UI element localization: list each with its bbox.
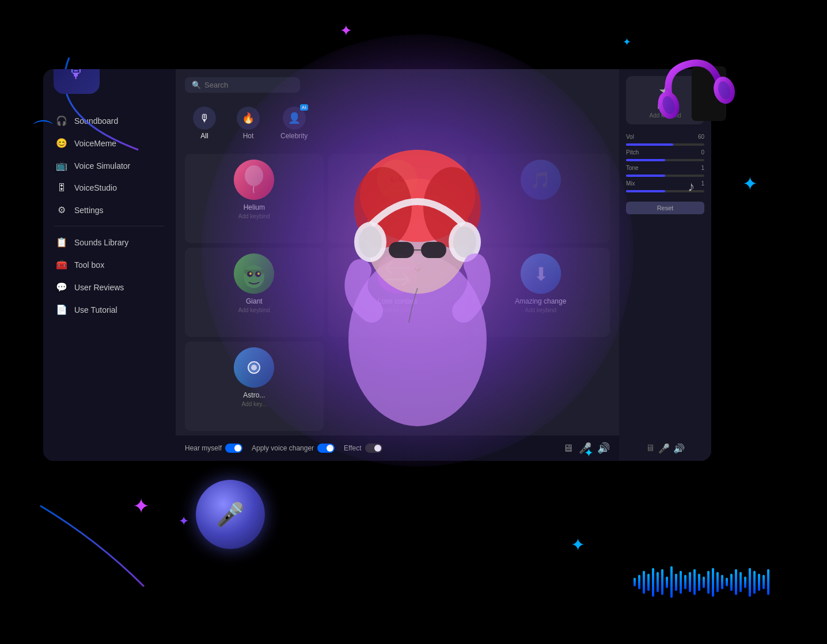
giant-thumb [234, 253, 274, 294]
helium-thumb [234, 160, 274, 200]
deco-star-4: ✦ [571, 535, 585, 555]
helium-keybind[interactable]: Add keybind [238, 213, 270, 219]
bottom-bar: Hear myself Apply voice changer Effect 🖥… [176, 435, 619, 461]
wave-bar-7 [666, 577, 668, 588]
voice-card-amazing-change[interactable]: ⬇ Amazing change Add keybind [471, 248, 610, 337]
logo-container: 🎙 [54, 69, 100, 100]
vol-label-0: Pitch 0 [626, 149, 704, 156]
wave-bar-28 [762, 575, 765, 589]
user-reviews-icon: 💬 [56, 282, 67, 293]
astro-name: Astro... [243, 391, 265, 399]
wave-bar-27 [758, 574, 760, 591]
apply-voice-toggle[interactable] [317, 444, 335, 453]
speaker-icon: 🔊 [597, 442, 610, 454]
soundboard-label: Soundboard [74, 116, 118, 126]
amazing-change-keybind[interactable]: Add keybind [525, 307, 556, 313]
wave-bar-2 [643, 571, 645, 594]
svg-point-1 [245, 165, 263, 186]
sidebar-item-sounds-library[interactable]: 📋 Sounds Library [43, 231, 176, 253]
wave-bar-29 [767, 569, 769, 595]
vol-bar-main[interactable] [626, 143, 704, 146]
search-bar: 🔍 [176, 69, 619, 97]
wave-bar-26 [753, 571, 756, 594]
wave-bar-3 [647, 574, 650, 591]
voice-card-giant[interactable]: Giant Add keybind [185, 248, 324, 337]
vol-fill-mix [626, 190, 665, 192]
wave-bar-17 [712, 568, 714, 597]
all-icon-glyph: 🎙 [199, 112, 210, 124]
effect-toggle[interactable] [365, 444, 382, 453]
voice-card-astro[interactable]: Astro... Add key... [185, 342, 324, 431]
apply-voice-label: Apply voice changer [252, 444, 314, 452]
vol-bar-tone[interactable] [626, 175, 704, 177]
tab-hot[interactable]: 🔥 Hot [229, 102, 268, 145]
voice-card-lose-contact[interactable]: Lose contact Add keybind [328, 248, 467, 337]
wave-bar-25 [749, 568, 751, 597]
wave-bar-22 [735, 569, 737, 595]
astro-keybind[interactable]: Add key... [241, 401, 267, 407]
tab-hot-icon: 🔥 [237, 107, 260, 130]
settings-label: Settings [74, 206, 104, 215]
music-note-deco: ♪ [688, 179, 695, 195]
wave-bar-20 [726, 578, 728, 586]
mic-orb-icon: 🎤 [216, 501, 245, 528]
effect-label: Effect [344, 444, 361, 452]
wave-bar-6 [661, 569, 663, 595]
vol-bar-pitch[interactable] [626, 159, 704, 161]
search-icon: 🔍 [192, 81, 201, 89]
voice-card-goblin[interactable]: Goblin Add keybind [328, 154, 467, 243]
voice-card-helium[interactable]: Helium Add keybind [185, 154, 324, 243]
tab-celebrity[interactable]: 👤 AI Celebrity [272, 102, 316, 145]
wave-bar-4 [652, 568, 654, 597]
wave-bar-1 [638, 575, 640, 589]
use-tutorial-icon: 📄 [56, 304, 67, 315]
voicememe-label: VoiceMeme [74, 139, 116, 148]
wave-bar-23 [739, 572, 742, 592]
search-input[interactable] [204, 81, 293, 89]
sidebar-item-soundboard[interactable]: 🎧 Soundboard [43, 109, 176, 132]
svg-point-21 [251, 365, 257, 370]
sidebar-item-voicememe[interactable]: 😊 VoiceMeme [43, 132, 176, 154]
sidebar-item-tool-box[interactable]: 🧰 Tool box [43, 253, 176, 276]
wave-bar-21 [730, 574, 733, 591]
wave-bar-0 [633, 578, 636, 586]
sounds-library-label: Sounds Library [74, 238, 128, 247]
use-tutorial-label: Use Tutorial [74, 305, 117, 315]
soundboard-icon: 🎧 [56, 115, 67, 126]
sidebar-item-user-reviews[interactable]: 💬 User Reviews [43, 276, 176, 298]
tab-celebrity-label: Celebrity [280, 132, 308, 140]
sidebar-item-voicestudio[interactable]: 🎛 VoiceStudio [43, 177, 176, 199]
tab-all-icon: 🎙 [193, 107, 216, 130]
reset-button[interactable]: Reset [626, 202, 704, 214]
star-deco-blue-sm: ✦ [584, 446, 594, 460]
amazing-change-name: Amazing change [515, 297, 566, 305]
sidebar-item-use-tutorial[interactable]: 📄 Use Tutorial [43, 298, 176, 321]
voice-card-extra[interactable]: 🎵 [471, 154, 610, 243]
tab-all[interactable]: 🎙 All [185, 102, 224, 145]
sidebar-item-settings[interactable]: ⚙ Settings [43, 199, 176, 221]
giant-keybind[interactable]: Add keybind [238, 307, 270, 313]
wave-bar-13 [693, 569, 696, 595]
goblin-keybind[interactable]: Add keybind [381, 213, 413, 219]
star-deco-purple: ✦ [132, 494, 150, 518]
mic-orb-button[interactable]: 🎤 [196, 480, 265, 549]
svg-point-15 [257, 272, 260, 275]
vol-fill-main [626, 143, 673, 146]
svg-text:⬇: ⬇ [533, 264, 548, 285]
lose-contact-keybind[interactable]: Add keybind [381, 307, 413, 313]
user-reviews-label: User Reviews [74, 283, 124, 292]
extra-thumb: 🎵 [521, 160, 561, 200]
sidebar-item-voice-simulator[interactable]: 📺 Voice Simulator [43, 154, 176, 177]
ai-badge: AI [300, 104, 308, 111]
svg-point-7 [401, 177, 403, 180]
search-wrap[interactable]: 🔍 [185, 77, 300, 93]
wave-bar-19 [721, 575, 723, 589]
hear-myself-toggle[interactable] [225, 444, 242, 453]
voice-simulator-icon: 📺 [56, 160, 67, 171]
tab-celebrity-icon: 👤 AI [283, 107, 306, 130]
bottom-panel-icons: 🖥 🎤 🔊 [626, 443, 704, 454]
waveform [633, 566, 769, 598]
app-logo: 🎙 [54, 69, 100, 94]
tab-all-label: All [200, 132, 208, 140]
goblin-name: Goblin [388, 203, 408, 211]
